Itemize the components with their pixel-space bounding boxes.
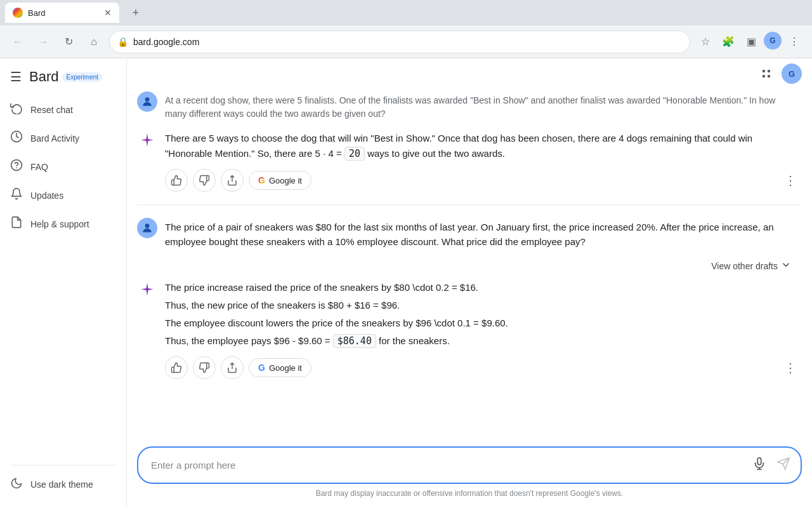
menu-button[interactable]: ⋮ bbox=[784, 32, 804, 52]
bard-line-1: The price increase raised the price of t… bbox=[165, 280, 802, 295]
refresh-button[interactable]: ↻ bbox=[58, 32, 79, 52]
bard-message-text-1: There are 5 ways to choose the dog that … bbox=[165, 131, 802, 161]
message-divider-1 bbox=[137, 204, 802, 205]
user-message-1: At a recent dog show, there were 5 final… bbox=[137, 89, 802, 126]
bard-avatar-2 bbox=[137, 280, 157, 300]
user-message-2: The price of a pair of sneakers was $80 … bbox=[137, 208, 802, 254]
user-message-text-2: The price of a pair of sneakers was $80 … bbox=[165, 218, 780, 249]
bard-message-text-2: The price increase raised the price of t… bbox=[165, 280, 802, 349]
updates-icon bbox=[10, 187, 23, 203]
send-button[interactable] bbox=[774, 454, 793, 476]
view-other-drafts-button[interactable]: View other drafts bbox=[711, 259, 792, 272]
apps-icon[interactable] bbox=[756, 64, 776, 84]
prompt-input[interactable] bbox=[151, 460, 745, 471]
extension-button[interactable]: 🧩 bbox=[718, 32, 738, 52]
activity-icon bbox=[10, 130, 23, 146]
svg-point-5 bbox=[145, 224, 150, 228]
bard-text-post: ways to give out the two awards. bbox=[367, 148, 505, 159]
view-drafts-label: View other drafts bbox=[711, 261, 778, 271]
bard-line-3: The employee discount lowers the price o… bbox=[165, 316, 802, 331]
view-other-drafts-bar: View other drafts bbox=[137, 254, 802, 275]
sidebar-bottom: Use dark theme bbox=[0, 455, 126, 503]
bard-line4-end: for the sneakers. bbox=[379, 335, 450, 346]
dark-theme-toggle[interactable]: Use dark theme bbox=[0, 471, 126, 498]
tab-favicon bbox=[13, 8, 23, 18]
active-tab[interactable]: Bard ✕ bbox=[5, 3, 119, 23]
sidebar-header: ☰ Bard Experiment bbox=[0, 64, 126, 95]
url-text: bard.google.com bbox=[133, 37, 682, 47]
tab-title: Bard bbox=[28, 8, 45, 18]
chevron-down-icon bbox=[780, 259, 792, 272]
google-it-label-2: Google it bbox=[269, 363, 302, 373]
thumbs-down-button-2[interactable] bbox=[193, 356, 216, 379]
sidebar-item-label: Reset chat bbox=[30, 105, 73, 115]
sidebar: ☰ Bard Experiment Reset chat Bard Activi… bbox=[0, 58, 127, 508]
lock-icon: 🔒 bbox=[117, 37, 128, 47]
sidebar-item-label: Help & support bbox=[30, 219, 89, 229]
more-options-button-1[interactable]: ⋮ bbox=[779, 170, 802, 190]
sidebar-item-label: FAQ bbox=[30, 162, 48, 172]
action-bar-1: G Google it ⋮ bbox=[137, 164, 802, 202]
thumbs-up-button-1[interactable] bbox=[165, 169, 188, 192]
browser-chrome: Bard ✕ + ← → ↻ ⌂ 🔒 bard.google.com ☆ 🧩 ▣… bbox=[0, 0, 812, 58]
more-options-button-2[interactable]: ⋮ bbox=[779, 358, 802, 378]
share-button-2[interactable] bbox=[221, 356, 244, 379]
bard-highlight-2: $86.40 bbox=[333, 334, 376, 348]
user-avatar-1 bbox=[137, 91, 157, 112]
tab-close-button[interactable]: ✕ bbox=[104, 8, 112, 18]
input-area: Bard may display inaccurate or offensive… bbox=[127, 441, 812, 508]
action-bar-2: G Google it ⋮ bbox=[137, 351, 802, 389]
bard-highlight-1: 20 bbox=[344, 147, 365, 161]
home-button[interactable]: ⌂ bbox=[84, 32, 104, 52]
nav-icons: ☆ 🧩 ▣ G ⋮ bbox=[695, 32, 804, 52]
main-content: G At a recent dog show, there were 5 fin… bbox=[127, 58, 812, 508]
back-button[interactable]: ← bbox=[8, 32, 28, 52]
share-button-1[interactable] bbox=[221, 169, 244, 192]
new-tab-button[interactable]: + bbox=[127, 4, 145, 22]
moon-icon bbox=[10, 477, 23, 491]
sidebar-divider bbox=[10, 465, 116, 465]
hamburger-icon[interactable]: ☰ bbox=[10, 69, 22, 84]
forward-button[interactable]: → bbox=[33, 32, 53, 52]
top-bar: G bbox=[127, 58, 812, 89]
nav-bar: ← → ↻ ⌂ 🔒 bard.google.com ☆ 🧩 ▣ G ⋮ bbox=[0, 25, 812, 58]
chat-area: At a recent dog show, there were 5 final… bbox=[127, 89, 812, 441]
user-avatar-2 bbox=[137, 218, 157, 238]
bard-line-4: Thus, the employee pays $96 - $9.60 = $8… bbox=[165, 333, 802, 349]
google-g-icon-2: G bbox=[258, 363, 265, 373]
google-it-button-1[interactable]: G Google it bbox=[249, 171, 311, 190]
sidebar-item-reset-chat[interactable]: Reset chat bbox=[0, 95, 121, 124]
google-it-button-2[interactable]: G Google it bbox=[249, 358, 311, 377]
thumbs-up-button-2[interactable] bbox=[165, 356, 188, 379]
user-avatar[interactable]: G bbox=[782, 64, 802, 84]
sidebar-item-label: Bard Activity bbox=[30, 133, 79, 144]
address-bar[interactable]: 🔒 bard.google.com bbox=[109, 30, 690, 53]
bookmark-button[interactable]: ☆ bbox=[695, 32, 716, 52]
help-icon bbox=[10, 216, 23, 232]
sidebar-item-updates[interactable]: Updates bbox=[0, 181, 121, 210]
app-container: ☰ Bard Experiment Reset chat Bard Activi… bbox=[0, 58, 812, 508]
sidebar-item-bard-activity[interactable]: Bard Activity bbox=[0, 124, 121, 152]
thumbs-down-button-1[interactable] bbox=[193, 169, 216, 192]
reset-icon bbox=[10, 102, 23, 117]
bard-line4-pre: Thus, the employee pays $96 - $9.60 = bbox=[165, 335, 333, 346]
mic-button[interactable] bbox=[750, 454, 769, 476]
sidebar-item-help[interactable]: Help & support bbox=[0, 210, 121, 238]
input-box bbox=[137, 446, 802, 484]
sidebar-item-faq[interactable]: FAQ bbox=[0, 152, 121, 181]
google-g-icon: G bbox=[258, 175, 265, 185]
tab-bar: Bard ✕ + bbox=[0, 0, 812, 25]
profile-button[interactable]: G bbox=[764, 32, 782, 50]
tab-manager-button[interactable]: ▣ bbox=[741, 32, 761, 52]
bard-logo: Bard Experiment bbox=[29, 69, 102, 85]
disclaimer-text: Bard may display inaccurate or offensive… bbox=[137, 484, 802, 505]
sidebar-item-label: Updates bbox=[30, 190, 63, 201]
bard-message-2: The price increase raised the price of t… bbox=[137, 275, 802, 351]
google-it-label-1: Google it bbox=[269, 176, 302, 185]
bard-message-1: There are 5 ways to choose the dog that … bbox=[137, 126, 802, 164]
experiment-badge: Experiment bbox=[62, 72, 102, 82]
svg-point-3 bbox=[145, 97, 150, 102]
user-message-text-1: At a recent dog show, there were 5 final… bbox=[165, 91, 780, 121]
bard-line-2: Thus, the new price of the sneakers is $… bbox=[165, 298, 802, 313]
svg-rect-7 bbox=[757, 458, 761, 465]
